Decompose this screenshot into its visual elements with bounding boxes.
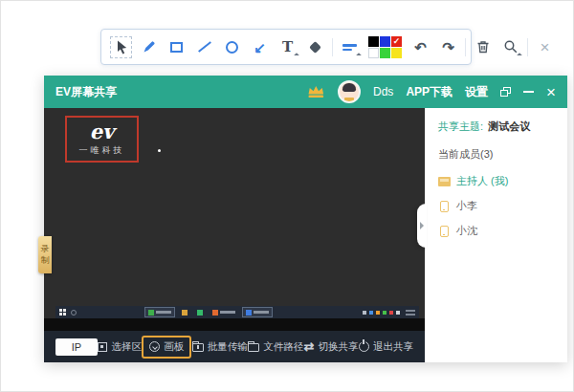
minimize-icon[interactable] xyxy=(523,91,534,93)
batch-transfer-button[interactable]: 批量传输 xyxy=(192,340,248,354)
shared-screen-taskbar xyxy=(55,306,419,318)
device-phone-icon xyxy=(440,226,449,237)
share-view-column: ev 一唯科技 xyxy=(44,108,425,362)
taskbar-app xyxy=(194,307,206,317)
close-window-icon[interactable]: × xyxy=(546,84,556,100)
ellipse-icon xyxy=(226,41,238,54)
crown-icon[interactable] xyxy=(306,84,325,99)
eraser-icon xyxy=(309,41,321,54)
pen-icon xyxy=(142,39,157,54)
members-panel: 共享主题: 测试会议 当前成员(3) 主持人 (我) 小李 小沈 xyxy=(425,108,567,362)
cursor-tool[interactable] xyxy=(110,36,132,58)
eraser-tool[interactable] xyxy=(304,36,326,58)
host-monitor-icon xyxy=(438,177,451,186)
toolbar-separator xyxy=(332,38,333,56)
settings-link[interactable]: 设置 xyxy=(465,84,488,100)
undo-icon: ↶ xyxy=(414,40,427,54)
ev-logo-caption: 一唯科技 xyxy=(79,144,125,157)
annotation-toolbar: ↙ T ✓ ↶ ↷ × xyxy=(100,29,472,65)
panel-collapse-handle[interactable] xyxy=(417,204,427,248)
member-row[interactable]: 小沈 xyxy=(438,224,560,238)
whiteboard-button[interactable]: 画板 xyxy=(142,336,191,359)
avatar[interactable] xyxy=(338,80,361,103)
text-icon: T xyxy=(282,40,293,54)
select-region-button[interactable]: 选择区 xyxy=(98,340,142,354)
color-swatch-red-selected[interactable]: ✓ xyxy=(391,36,402,47)
thickness-tool[interactable] xyxy=(339,36,361,58)
close-icon: × xyxy=(541,39,550,55)
taskbar-app xyxy=(210,307,238,317)
magnifier-icon xyxy=(503,39,519,54)
avatar-hair xyxy=(342,83,356,92)
page: { "colors": { "accent_teal": "#2aa78d", … xyxy=(0,0,574,392)
share-topic-label: 共享主题: xyxy=(438,120,483,132)
close-toolbar-button[interactable]: × xyxy=(534,36,556,58)
app-download-link[interactable]: APP下载 xyxy=(406,84,453,100)
dropdown-caret xyxy=(517,53,522,58)
app-window: EV屏幕共享 Dds APP下载 设置 × ev 一唯科技 xyxy=(44,76,567,362)
line-tool[interactable] xyxy=(193,36,215,58)
redo-button[interactable]: ↷ xyxy=(437,36,459,58)
magnifier-tool[interactable] xyxy=(499,36,521,58)
text-tool[interactable]: T xyxy=(276,36,298,58)
color-swatch-white[interactable] xyxy=(368,48,379,58)
search-icon xyxy=(71,310,77,316)
toolbar-separator xyxy=(465,38,466,56)
dropdown-caret xyxy=(294,53,299,58)
file-path-button[interactable]: 文件路径 xyxy=(248,340,303,354)
clear-all-button[interactable] xyxy=(472,36,494,58)
vip-badge xyxy=(344,98,354,101)
thickness-icon xyxy=(342,44,357,51)
color-swatch-blue[interactable] xyxy=(380,36,390,47)
rectangle-tool[interactable] xyxy=(166,36,188,58)
share-topic-row: 共享主题: 测试会议 xyxy=(438,120,560,134)
folder-icon xyxy=(248,343,259,352)
exit-share-button[interactable]: 退出共享 xyxy=(359,340,413,354)
member-name: 小李 xyxy=(456,199,477,213)
dropdown-caret xyxy=(356,53,362,58)
trash-icon xyxy=(475,39,491,54)
color-swatch-black[interactable] xyxy=(368,36,379,47)
chevron-right-icon xyxy=(420,222,424,229)
pen-dot-annotation xyxy=(158,149,161,152)
color-swatch-yellow[interactable] xyxy=(391,48,402,58)
member-name: 主持人 (我) xyxy=(456,174,508,188)
shared-screen-canvas[interactable]: ev 一唯科技 xyxy=(44,108,425,331)
pen-tool[interactable] xyxy=(138,36,160,58)
member-row[interactable]: 小李 xyxy=(438,199,560,213)
arrow-icon: ↙ xyxy=(254,40,266,54)
arrow-tool[interactable]: ↙ xyxy=(249,36,271,58)
share-topic-value: 测试会议 xyxy=(488,120,530,132)
member-name: 小沈 xyxy=(456,224,477,238)
start-icon xyxy=(59,309,66,316)
username: Dds xyxy=(373,85,393,98)
member-row-host[interactable]: 主持人 (我) xyxy=(438,174,560,188)
switch-share-button[interactable]: ⇄ 切换共享 xyxy=(304,340,359,354)
restore-icon[interactable] xyxy=(500,87,511,97)
whiteboard-icon xyxy=(149,341,160,352)
color-palette: ✓ xyxy=(368,36,402,58)
taskbar-app xyxy=(144,307,175,317)
ip-button[interactable]: IP xyxy=(55,338,98,356)
cursor-icon xyxy=(114,39,129,54)
redo-icon: ↷ xyxy=(442,40,454,54)
ellipse-tool[interactable] xyxy=(221,36,243,58)
switch-arrows-icon: ⇄ xyxy=(304,340,315,353)
rectangle-icon xyxy=(170,42,183,53)
ev-logo: ev xyxy=(90,121,115,142)
taskbar-clock xyxy=(406,310,415,316)
toolbar-separator xyxy=(527,38,528,56)
undo-button[interactable]: ↶ xyxy=(409,36,431,58)
taskbar-apps xyxy=(144,307,273,317)
taskbar-app xyxy=(242,307,273,317)
device-phone-icon xyxy=(440,201,449,212)
folder-upload-icon xyxy=(192,343,204,352)
bottom-action-bar: IP 选择区 画板 批量传输 文件路径 ⇄ xyxy=(44,331,425,362)
taskbar-tray xyxy=(363,310,415,316)
select-region-icon xyxy=(98,342,107,352)
color-swatch-green[interactable] xyxy=(380,48,390,58)
check-icon: ✓ xyxy=(393,37,401,46)
members-count-title: 当前成员(3) xyxy=(438,147,560,162)
taskbar-app xyxy=(179,307,190,317)
record-tab[interactable]: 录制 xyxy=(38,236,52,273)
